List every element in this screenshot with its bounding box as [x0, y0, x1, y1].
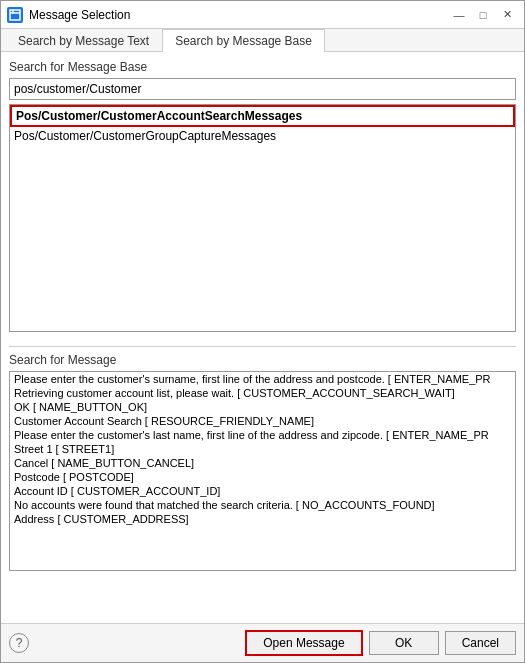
message-item-9[interactable]: No accounts were found that matched the … [10, 498, 515, 512]
footer: ? Open Message OK Cancel [1, 623, 524, 662]
window-title: Message Selection [29, 8, 130, 22]
window-icon [7, 7, 23, 23]
close-button[interactable]: ✕ [496, 6, 518, 24]
minimize-button[interactable]: — [448, 6, 470, 24]
list-item-prefix: Pos/Customer/Customer [16, 109, 157, 123]
search-for-message-label: Search for Message [9, 353, 516, 367]
message-list[interactable]: Please enter the customer's surname, fir… [9, 371, 516, 571]
message-item-3[interactable]: Customer Account Search [ RESOURCE_FRIEN… [10, 414, 515, 428]
title-bar: Message Selection — □ ✕ [1, 1, 524, 29]
message-item-7[interactable]: Postcode [ POSTCODE] [10, 470, 515, 484]
list-item-account-search[interactable]: Pos/Customer/CustomerAccountSearchMessag… [10, 105, 515, 127]
bottom-panel: Search for Message Please enter the cust… [9, 353, 516, 615]
list-item-suffix2: GroupCaptureMessages [145, 129, 276, 143]
tab-search-by-message-base[interactable]: Search by Message Base [162, 29, 325, 52]
main-content: Search for Message Base Pos/Customer/Cus… [1, 52, 524, 623]
message-item-8[interactable]: Account ID [ CUSTOMER_ACCOUNT_ID] [10, 484, 515, 498]
footer-left: ? [9, 633, 239, 653]
message-item-6[interactable]: Cancel [ NAME_BUTTON_CANCEL] [10, 456, 515, 470]
divider [9, 346, 516, 347]
maximize-button[interactable]: □ [472, 6, 494, 24]
title-bar-left: Message Selection [7, 7, 130, 23]
message-item-5[interactable]: Street 1 [ STREET1] [10, 442, 515, 456]
message-item-10[interactable]: Address [ CUSTOMER_ADDRESS] [10, 512, 515, 526]
search-for-message-base-input[interactable] [9, 78, 516, 100]
message-item-1[interactable]: Retrieving customer account list, please… [10, 386, 515, 400]
ok-button[interactable]: OK [369, 631, 439, 655]
list-item-suffix: AccountSearchMessages [157, 109, 302, 123]
open-message-button[interactable]: Open Message [245, 630, 362, 656]
list-item-group-capture[interactable]: Pos/Customer/CustomerGroupCaptureMessage… [10, 127, 515, 145]
svg-rect-0 [10, 10, 20, 20]
message-item-2[interactable]: OK [ NAME_BUTTON_OK] [10, 400, 515, 414]
top-panel: Search for Message Base Pos/Customer/Cus… [9, 60, 516, 340]
tab-search-by-message-text[interactable]: Search by Message Text [5, 29, 162, 52]
list-item-prefix2: Pos/Customer/Customer [14, 129, 145, 143]
help-button[interactable]: ? [9, 633, 29, 653]
title-controls: — □ ✕ [448, 6, 518, 24]
message-item-4[interactable]: Please enter the customer's last name, f… [10, 428, 515, 442]
message-item-0[interactable]: Please enter the customer's surname, fir… [10, 372, 515, 386]
main-window: Message Selection — □ ✕ Search by Messag… [0, 0, 525, 663]
tab-bar: Search by Message Text Search by Message… [1, 29, 524, 52]
message-base-list: Pos/Customer/CustomerAccountSearchMessag… [9, 104, 516, 332]
cancel-button[interactable]: Cancel [445, 631, 516, 655]
search-for-message-base-label: Search for Message Base [9, 60, 516, 74]
